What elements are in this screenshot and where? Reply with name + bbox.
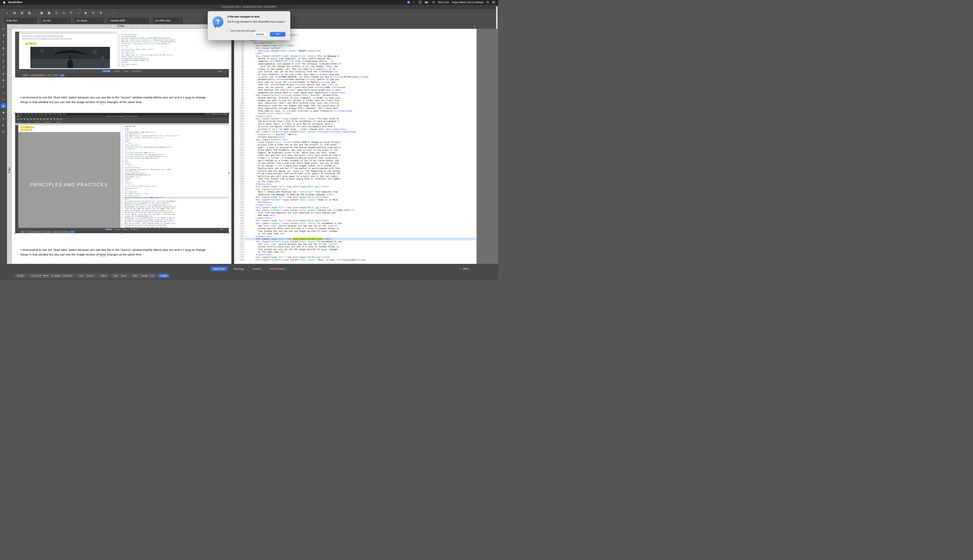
save-document-icon[interactable]: ▥	[19, 10, 25, 15]
breadcrumb-item[interactable]: <section #one .wrapper.style2>	[28, 274, 75, 278]
source-line[interactable]: ▾132<div class="image fit"> <img src="im…	[234, 185, 476, 188]
source-line[interactable]: 117spot". I want to propose to the Socia…	[234, 146, 476, 149]
insert-video-icon[interactable]: ▶	[1, 122, 6, 128]
source-line[interactable]: ▾77<div class="box">	[234, 42, 476, 44]
source-line[interactable]: 84template <b>"TRANSITIVE"</b> from <b>t…	[234, 60, 476, 62]
wysiwyg-pane[interactable]: <>¶BIU A full responsive, business-orien…	[12, 29, 231, 264]
insert-form-icon[interactable]: ☑	[90, 10, 96, 15]
breadcrumb-item[interactable]: <body>	[20, 231, 26, 233]
source-line[interactable]: 156that window but you can see the image…	[234, 248, 476, 251]
zoom-control[interactable]: ▲▼ 100%	[460, 267, 468, 270]
source-line[interactable]: 150at the same time.<br>	[234, 232, 476, 235]
source-line[interactable]: 130in the night.<br>	[234, 180, 476, 183]
document-paragraph[interactable]: I recommend to use the "dual view" optio…	[20, 248, 214, 257]
print-icon[interactable]: ▧	[27, 10, 32, 15]
source-line[interactable]: 107the activities that´s had to be done&…	[234, 120, 476, 122]
insert-image-icon[interactable]: ▨	[1, 103, 6, 108]
source-line[interactable]: 86, here you can change the content of i…	[234, 65, 476, 68]
document-paragraph[interactable]: I recommend to use the "dual view" optio…	[20, 95, 214, 104]
paragraph-format-select[interactable]: Body Text▾	[4, 18, 37, 23]
view-button-dual-view[interactable]: Dual View	[102, 70, 111, 72]
source-line[interactable]: ▾153<div class="content"><span style="co…	[234, 240, 476, 243]
aria-role-select[interactable]: (no ARIA role)▾	[153, 18, 182, 23]
source-line[interactable]: 154the "dual view" option because you ca…	[234, 243, 476, 245]
italic-icon[interactable]: I	[1, 52, 6, 57]
zoom-level[interactable]: 100%	[220, 229, 223, 230]
breadcrumb-item[interactable]: <section #banner>	[30, 74, 46, 77]
record-icon[interactable]: ●	[110, 10, 116, 15]
source-line[interactable]: 131</span></div>	[234, 183, 476, 185]
source-line[interactable]: 119Campus, am ergonomic place to be, whe…	[234, 152, 476, 154]
source-line[interactable]: 129that this flower like project would h…	[234, 178, 476, 180]
apple-menu-icon[interactable]	[3, 1, 6, 4]
breadcrumb-item[interactable]: <h2>	[70, 231, 75, 233]
source-line[interactable]: 142file from the template you just downl…	[234, 212, 476, 214]
focus-moon-icon[interactable]: ☾	[413, 1, 415, 4]
source-line[interactable]: 148window exactly where your are and it´…	[234, 227, 476, 230]
source-line[interactable]: 124it to design it for a much much bigge…	[234, 165, 476, 167]
source-line[interactable]: 116project like 4 times but at hte end t…	[234, 143, 476, 146]
insert-video-icon[interactable]: ▶	[83, 10, 89, 15]
battery-icon[interactable]	[425, 2, 429, 3]
source-line[interactable]: ▾141<div class="content"><span style="co…	[234, 209, 476, 212]
source-line[interactable]: 108use a Gantt Chart. I creat it with Me…	[234, 123, 476, 125]
source-line[interactable]: ▾146<div class="content"><span style="co…	[234, 222, 476, 225]
source-line[interactable]: ▾159<div class="image fit"> <img src="im…	[234, 256, 476, 258]
source-line[interactable]: 105</span></div>	[234, 115, 476, 117]
source-line[interactable]: 135templated.com webpage to make my Fab …	[234, 193, 476, 196]
view-button-print-preview[interactable]: Print Preview	[131, 70, 142, 72]
source-line[interactable]: 157at the same time.<br>	[234, 251, 476, 253]
source-line[interactable]: 122was a design by a former student of o…	[234, 159, 476, 162]
source-line[interactable]: 85download&nbsp; and opened it with the …	[234, 63, 476, 65]
control-center-icon[interactable]	[492, 1, 495, 3]
insert-link-icon[interactable]: ∞	[1, 97, 6, 102]
source-line[interactable]: 81</div>	[234, 52, 476, 55]
source-line[interactable]: 90to push: use <b>GITHUB DESKTOP.</b> Ee…	[234, 76, 476, 78]
source-line[interactable]: 143web page.<br>	[234, 214, 476, 217]
insert-audio-icon[interactable]: ♪	[76, 10, 82, 15]
source-line[interactable]: 104style="color: black;"><br>	[234, 112, 476, 115]
source-line[interactable]: ▾111<div class="content"><span style="co…	[234, 130, 476, 133]
breadcrumb-item[interactable]: <section #banner>	[27, 231, 40, 233]
insert-anchor-icon[interactable]: ⚓	[53, 10, 59, 15]
source-line[interactable]: 89of your computer, in my case a Mac, bu…	[234, 73, 476, 76]
source-line[interactable]: 93then the <strong>Push Origin</strong> …	[234, 83, 476, 86]
view-button-wysiwyg[interactable]: Wysiwyg	[231, 267, 247, 271]
extensions-icon[interactable]: ⚙	[98, 10, 104, 15]
source-line[interactable]: 121flower; a lirium , a biomimicry desig…	[234, 157, 476, 159]
insert-table-icon[interactable]: ▦	[39, 10, 45, 15]
css-editor-icon[interactable]: {}	[1, 129, 6, 134]
source-line[interactable]: 155window exactly where your are and it´…	[234, 245, 476, 248]
source-line[interactable]: 95once because the link to your reposito…	[234, 89, 476, 91]
ok-button[interactable]: OK	[270, 32, 286, 37]
wifi-icon[interactable]	[432, 1, 435, 3]
source-line[interactable]: 87videos in the header, etc then you nee…	[234, 68, 476, 70]
insert-emoticon-icon[interactable]: ☺	[1, 116, 6, 121]
bold-icon[interactable]: B	[1, 45, 6, 50]
cancel-button[interactable]: Cancel	[253, 32, 267, 37]
display-icon[interactable]	[419, 1, 422, 3]
source-line[interactable]: ▾106<div class="content"><span style="co…	[234, 117, 476, 120]
view-button-source[interactable]: Source	[250, 267, 264, 271]
outdent-icon[interactable]: ⇤	[1, 84, 6, 89]
source-line[interactable]: 88your GitLab, you can do this directly …	[234, 70, 476, 73]
source-line[interactable]: ▾145<div class="image fit"> <img src="im…	[234, 219, 476, 222]
source-line[interactable]: ▾136<div class="image fit"> <img src="im…	[234, 196, 476, 198]
source-line[interactable]: 139</span></div>	[234, 203, 476, 206]
spotlight-search-icon[interactable]	[486, 1, 489, 3]
view-button-print-preview[interactable]: Print Preview	[130, 229, 139, 230]
view-button-wysiwyg[interactable]: Wysiwyg	[114, 229, 121, 230]
width-select[interactable]: Variable width▾	[108, 18, 149, 23]
resize-handle-e[interactable]	[228, 172, 230, 173]
zoom-level[interactable]: 100%	[218, 70, 221, 72]
source-line[interactable]: 128batteries who will give power to a mo…	[234, 175, 476, 178]
source-view-icon[interactable]: <>	[1, 26, 6, 31]
insert-link-icon[interactable]: ∞	[61, 10, 67, 15]
underline-icon[interactable]: U	[1, 58, 6, 63]
source-line[interactable]: 158</span></div>	[234, 253, 476, 256]
menubar-user[interactable]: Hugo Alberto Garza Schega	[452, 1, 483, 4]
add-document-button[interactable]: +	[473, 24, 475, 28]
pane-splitter[interactable]	[231, 29, 234, 264]
source-line[interactable]: 120talk, etc and not just over the grass…	[234, 154, 476, 157]
resize-handle-sw[interactable]	[14, 233, 16, 234]
